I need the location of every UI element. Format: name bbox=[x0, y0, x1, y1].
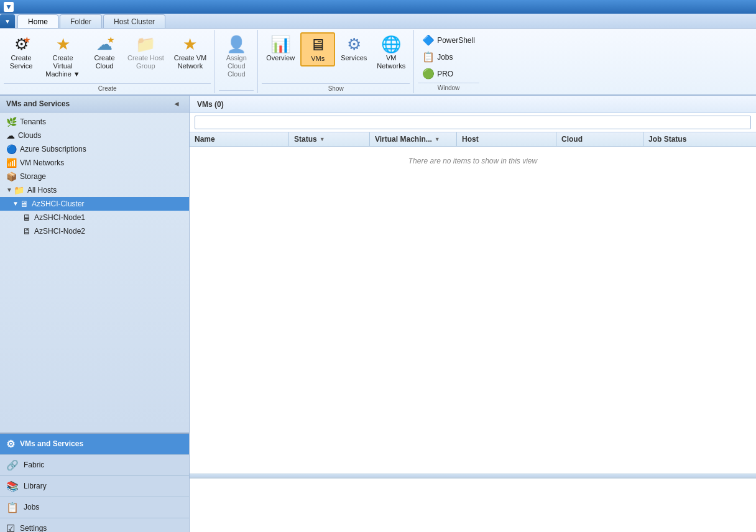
tab-home[interactable]: Home bbox=[17, 14, 58, 28]
powershell-icon: 🔷 bbox=[422, 34, 435, 46]
create-host-group-icon: 📁 bbox=[136, 35, 155, 53]
ribbon-assign-items: 👤 Assign Cloud Cloud bbox=[219, 32, 254, 89]
jobs-nav-label: Jobs bbox=[24, 503, 39, 511]
col-header-host[interactable]: Host bbox=[457, 132, 556, 146]
sidebar: VMs and Services ◄ 🌿 Tenants ☁ Clouds 🔵 … bbox=[0, 96, 190, 532]
services-button[interactable]: ⚙ Services bbox=[336, 32, 371, 65]
library-nav-label: Library bbox=[24, 482, 47, 490]
col-host-label: Host bbox=[462, 135, 479, 144]
azshci-node1-label: AzSHCI-Node1 bbox=[34, 213, 85, 222]
col-header-name[interactable]: Name bbox=[190, 132, 289, 146]
app-icon: ▼ bbox=[4, 2, 14, 12]
tab-host-cluster[interactable]: Host Cluster bbox=[103, 14, 165, 28]
content-title: VMs (0) bbox=[197, 100, 224, 109]
pro-label: PRO bbox=[437, 70, 453, 78]
azshci-cluster-expand: ▼ bbox=[12, 200, 19, 207]
vms-label: VMs bbox=[311, 55, 325, 63]
assign-section-label bbox=[219, 90, 254, 93]
search-input[interactable] bbox=[195, 116, 751, 129]
sidebar-item-azshci-cluster[interactable]: ▼ 🖥 AzSHCI-Cluster bbox=[0, 197, 189, 211]
jobs-button[interactable]: 📋 Jobs bbox=[418, 49, 479, 65]
sidebar-item-azshci-node1[interactable]: 🖥 AzSHCI-Node1 bbox=[0, 211, 189, 224]
create-service-button[interactable]: ⚙★ Create Service bbox=[4, 32, 39, 73]
create-section-label: Create bbox=[4, 83, 211, 93]
create-vm-network-label: Create VM Network bbox=[174, 54, 207, 70]
empty-message: There are no items to show in this view bbox=[190, 147, 756, 175]
services-label: Services bbox=[341, 54, 367, 62]
jobs-nav-icon: 📋 bbox=[6, 502, 19, 513]
library-nav-icon: 📚 bbox=[6, 480, 19, 492]
col-status-label: Status bbox=[294, 135, 317, 144]
pro-button[interactable]: 🟢 PRO bbox=[418, 66, 479, 81]
vms-services-nav-label: VMs and Services bbox=[20, 439, 83, 448]
create-host-group-button[interactable]: 📁 Create Host Group bbox=[123, 32, 168, 73]
jobs-label: Jobs bbox=[437, 53, 453, 62]
col-vm-label: Virtual Machin... bbox=[375, 135, 432, 144]
tab-folder[interactable]: Folder bbox=[60, 14, 102, 28]
settings-nav-icon: ☑ bbox=[6, 523, 15, 532]
clouds-icon: ☁ bbox=[6, 131, 15, 140]
vms-button[interactable]: 🖥 VMs bbox=[300, 32, 335, 66]
col-header-virtual-machine[interactable]: Virtual Machin... ▼ bbox=[370, 132, 457, 146]
quick-access-dropdown[interactable]: ▼ bbox=[0, 14, 15, 28]
azshci-cluster-icon: 🖥 bbox=[20, 199, 29, 209]
azshci-cluster-label: AzSHCI-Cluster bbox=[32, 200, 85, 208]
show-section-label: Show bbox=[262, 83, 410, 93]
assign-cloud-label: Assign Cloud Cloud bbox=[226, 54, 247, 79]
vm-networks-sidebar-icon: 📶 bbox=[6, 158, 17, 168]
powershell-label: PowerShell bbox=[437, 36, 475, 45]
sidebar-collapse-button[interactable]: ◄ bbox=[170, 99, 183, 108]
nav-fabric[interactable]: 🔗 Fabric bbox=[0, 455, 189, 476]
overview-label: Overview bbox=[266, 54, 295, 62]
ribbon-section-window: 🔷 PowerShell 📋 Jobs 🟢 PRO Window bbox=[414, 30, 483, 93]
vm-networks-button[interactable]: 🌐 VM Networks bbox=[372, 32, 410, 73]
create-cloud-icon: ☁★ bbox=[96, 35, 113, 53]
nav-library[interactable]: 📚 Library bbox=[0, 476, 189, 497]
nav-vms-and-services[interactable]: ⚙ VMs and Services bbox=[0, 434, 189, 455]
tenants-icon: 🌿 bbox=[6, 117, 17, 127]
sidebar-item-azshci-node2[interactable]: 🖥 AzSHCI-Node2 bbox=[0, 224, 189, 238]
create-service-label: Create Service bbox=[10, 54, 33, 70]
create-virtual-machine-button[interactable]: ★ Create Virtual Machine ▼ bbox=[40, 32, 86, 82]
sidebar-item-azure-subscriptions[interactable]: 🔵 Azure Subscriptions bbox=[0, 142, 189, 156]
storage-icon: 📦 bbox=[6, 172, 17, 181]
create-vm-network-button[interactable]: ★ Create VM Network bbox=[170, 32, 211, 73]
vm-sort-icon: ▼ bbox=[435, 136, 440, 142]
col-name-label: Name bbox=[195, 135, 215, 144]
content-area: VMs (0) Name Status ▼ Virtual Machin... … bbox=[190, 96, 756, 532]
assign-cloud-button[interactable]: 👤 Assign Cloud Cloud bbox=[219, 32, 254, 82]
all-hosts-label: All Hosts bbox=[27, 186, 57, 195]
title-bar: ▼ bbox=[0, 0, 756, 14]
col-header-job-status[interactable]: Job Status bbox=[643, 132, 756, 146]
ribbon: ⚙★ Create Service ★ Create Virtual Machi… bbox=[0, 29, 756, 96]
sidebar-item-vm-networks[interactable]: 📶 VM Networks bbox=[0, 156, 189, 170]
content-header: VMs (0) bbox=[190, 96, 756, 113]
content-pane-bottom bbox=[190, 477, 756, 532]
nav-settings[interactable]: ☑ Settings bbox=[0, 518, 189, 532]
window-items: 🔷 PowerShell 📋 Jobs 🟢 PRO bbox=[418, 32, 479, 81]
services-icon: ⚙ bbox=[347, 35, 361, 53]
create-cloud-button[interactable]: ☁★ Create Cloud bbox=[87, 32, 122, 73]
azshci-node1-icon: 🖥 bbox=[22, 213, 31, 222]
sidebar-item-all-hosts[interactable]: ▼ 📁 All Hosts bbox=[0, 183, 189, 197]
overview-button[interactable]: 📊 Overview bbox=[262, 32, 299, 65]
sidebar-title: VMs and Services bbox=[6, 99, 70, 108]
sidebar-item-storage[interactable]: 📦 Storage bbox=[0, 170, 189, 183]
col-header-cloud[interactable]: Cloud bbox=[556, 132, 643, 146]
ribbon-section-assign: 👤 Assign Cloud Cloud bbox=[215, 30, 258, 93]
vm-networks-label: VM Networks bbox=[377, 54, 405, 70]
powershell-button[interactable]: 🔷 PowerShell bbox=[418, 32, 479, 48]
ribbon-show-items: 📊 Overview 🖥 VMs ⚙ Services 🌐 bbox=[262, 32, 410, 82]
vm-networks-sidebar-label: VM Networks bbox=[20, 158, 64, 167]
col-cloud-label: Cloud bbox=[561, 135, 583, 144]
nav-jobs[interactable]: 📋 Jobs bbox=[0, 497, 189, 518]
azure-label: Azure Subscriptions bbox=[20, 145, 86, 154]
search-bar bbox=[190, 113, 756, 132]
vms-services-nav-icon: ⚙ bbox=[6, 438, 15, 450]
sidebar-item-tenants[interactable]: 🌿 Tenants bbox=[0, 115, 189, 129]
azshci-node2-label: AzSHCI-Node2 bbox=[34, 227, 85, 236]
col-header-status[interactable]: Status ▼ bbox=[289, 132, 370, 146]
vm-networks-icon: 🌐 bbox=[381, 35, 401, 53]
sidebar-item-clouds[interactable]: ☁ Clouds bbox=[0, 129, 189, 142]
create-host-group-label: Create Host Group bbox=[127, 54, 164, 70]
